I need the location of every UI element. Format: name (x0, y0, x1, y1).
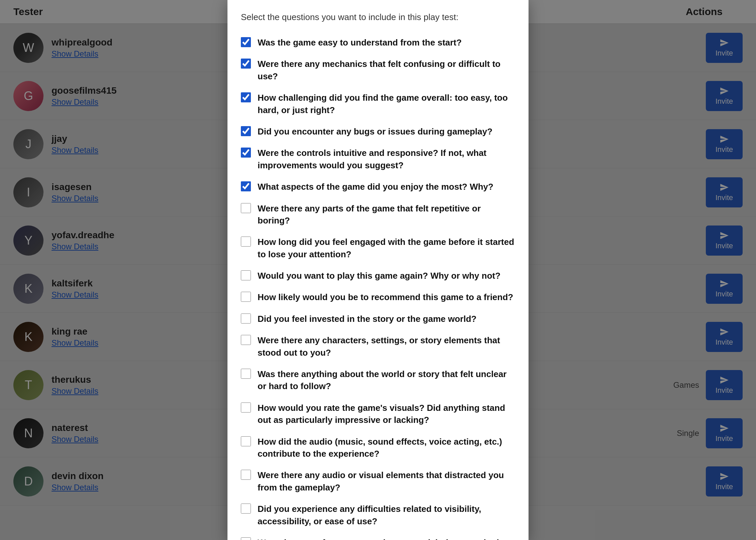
question-item: Were the controls intuitive and responsi… (241, 142, 515, 176)
question-checkbox-3[interactable] (241, 92, 251, 102)
question-item: Did you experience any difficulties rela… (241, 498, 515, 532)
question-item: How would you rate the game's visuals? D… (241, 397, 515, 431)
question-checkbox-17[interactable] (241, 504, 251, 514)
question-checkbox-18[interactable] (241, 537, 251, 540)
question-checkbox-11[interactable] (241, 313, 251, 324)
modal-dialog: Select the questions you want to include… (227, 0, 529, 540)
question-text-6: What aspects of the game did you enjoy t… (258, 181, 493, 193)
question-item: Were there any audio or visual elements … (241, 464, 515, 498)
question-checkbox-8[interactable] (241, 237, 251, 247)
question-text-7: Were there any parts of the game that fe… (258, 202, 515, 227)
question-text-1: Was the game easy to understand from the… (258, 36, 462, 49)
question-text-13: Was there anything about the world or st… (258, 368, 515, 392)
question-text-5: Were the controls intuitive and responsi… (258, 147, 515, 171)
question-text-9: Would you want to play this game again? … (258, 270, 500, 282)
question-item: Were there any characters, settings, or … (241, 330, 515, 363)
question-checkbox-4[interactable] (241, 126, 251, 136)
question-checkbox-9[interactable] (241, 270, 251, 280)
question-item: Were there any mechanics that felt confu… (241, 53, 515, 87)
question-item: Was the game easy to understand from the… (241, 32, 515, 53)
question-text-8: How long did you feel engaged with the g… (258, 236, 515, 260)
question-item: Would you want to play this game again? … (241, 265, 515, 286)
question-item: Did you feel invested in the story or th… (241, 308, 515, 330)
modal-overlay: Select the questions you want to include… (0, 0, 756, 540)
question-item: What aspects of the game did you enjoy t… (241, 176, 515, 197)
question-checkbox-5[interactable] (241, 148, 251, 158)
question-item: How long did you feel engaged with the g… (241, 231, 515, 265)
question-item: Were there any parts of the game that fe… (241, 198, 515, 232)
question-list: Was the game easy to understand from the… (241, 32, 515, 540)
question-text-17: Did you experience any difficulties rela… (258, 503, 515, 527)
question-item: How did the audio (music, sound effects,… (241, 431, 515, 465)
question-item: Was there anything about the world or st… (241, 363, 515, 397)
question-checkbox-14[interactable] (241, 402, 251, 413)
question-item: How challenging did you find the game ov… (241, 87, 515, 121)
question-checkbox-16[interactable] (241, 470, 251, 480)
question-text-16: Were there any audio or visual elements … (258, 469, 515, 493)
question-text-15: How did the audio (music, sound effects,… (258, 436, 515, 460)
question-checkbox-10[interactable] (241, 292, 251, 302)
question-text-2: Were there any mechanics that felt confu… (258, 58, 515, 82)
question-item: How likely would you be to recommend thi… (241, 286, 515, 308)
question-checkbox-7[interactable] (241, 203, 251, 213)
question-text-10: How likely would you be to recommend thi… (258, 291, 513, 303)
question-checkbox-2[interactable] (241, 59, 251, 69)
question-text-12: Were there any characters, settings, or … (258, 334, 515, 359)
question-text-11: Did you feel invested in the story or th… (258, 313, 476, 325)
question-checkbox-12[interactable] (241, 335, 251, 345)
question-item: Did you encounter any bugs or issues dur… (241, 121, 515, 142)
question-text-18: Were there any features or options you w… (258, 537, 515, 540)
question-checkbox-15[interactable] (241, 436, 251, 446)
question-item: Were there any features or options you w… (241, 532, 515, 540)
question-checkbox-13[interactable] (241, 369, 251, 379)
question-text-3: How challenging did you find the game ov… (258, 92, 515, 116)
question-text-14: How would you rate the game's visuals? D… (258, 402, 515, 426)
modal-intro-text: Select the questions you want to include… (241, 12, 515, 22)
question-text-4: Did you encounter any bugs or issues dur… (258, 125, 492, 138)
question-checkbox-1[interactable] (241, 37, 251, 47)
question-checkbox-6[interactable] (241, 181, 251, 191)
